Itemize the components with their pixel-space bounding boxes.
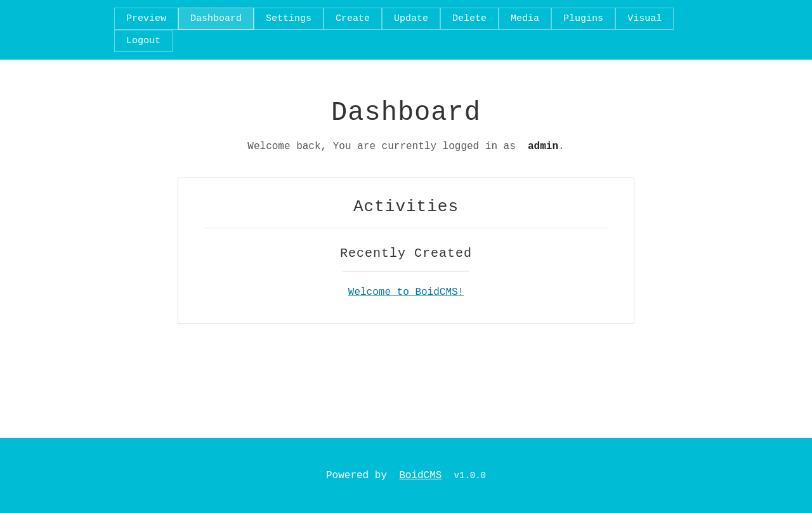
nav-item-create[interactable]: Create — [324, 8, 382, 30]
recently-created-title: Recently Created — [204, 246, 608, 261]
nav-item-preview[interactable]: Preview — [114, 8, 178, 30]
nav-item-visual[interactable]: Visual — [615, 8, 674, 30]
activities-title: Activities — [204, 197, 608, 216]
username: admin — [528, 141, 558, 152]
recent-items-list: Welcome to BoidCMS! — [204, 287, 608, 298]
footer-version: v1.0.0 — [454, 471, 486, 481]
nav-item-delete[interactable]: Delete — [440, 8, 499, 30]
activities-card: Activities Recently Created Welcome to B… — [178, 178, 634, 324]
main-content: Dashboard Welcome back, You are currentl… — [0, 60, 812, 438]
welcome-prefix: Welcome back, You are currently logged i… — [247, 141, 515, 152]
powered-by-text: Powered by — [326, 470, 387, 481]
nav-item-logout[interactable]: Logout — [114, 30, 173, 52]
recently-created-divider — [343, 271, 469, 271]
footer: Powered by BoidCMS v1.0.0 — [0, 438, 812, 513]
recent-item-link[interactable]: Welcome to BoidCMS! — [204, 287, 608, 298]
page-title: Dashboard — [331, 98, 481, 128]
welcome-suffix: . — [558, 141, 565, 152]
nav-item-media[interactable]: Media — [499, 8, 551, 30]
nav-item-settings[interactable]: Settings — [254, 8, 324, 30]
nav-item-dashboard[interactable]: Dashboard — [178, 8, 254, 30]
welcome-message: Welcome back, You are currently logged i… — [247, 141, 564, 152]
nav-item-update[interactable]: Update — [382, 8, 440, 30]
main-nav: PreviewDashboardSettingsCreateUpdateDele… — [0, 0, 812, 60]
brand-link[interactable]: BoidCMS — [399, 470, 442, 481]
activities-divider — [204, 228, 608, 228]
nav-item-plugins[interactable]: Plugins — [551, 8, 615, 30]
footer-text: Powered by BoidCMS v1.0.0 — [13, 470, 799, 481]
